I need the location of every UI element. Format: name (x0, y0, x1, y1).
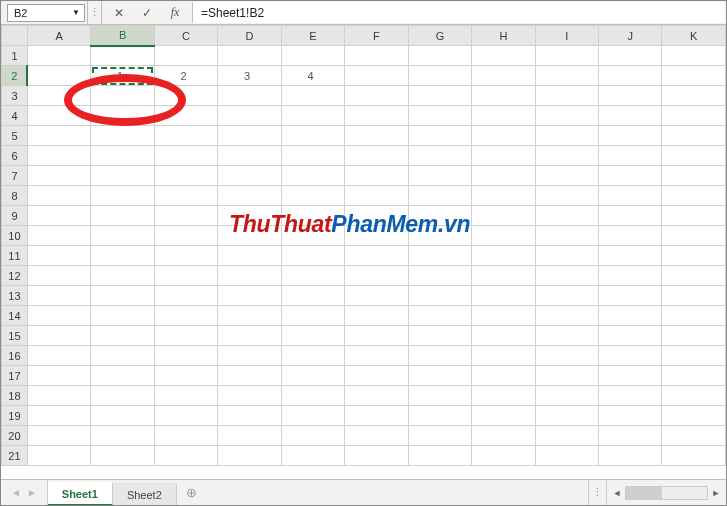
column-header[interactable]: K (662, 26, 726, 46)
cell[interactable] (91, 106, 154, 126)
cell[interactable] (599, 286, 662, 306)
cell[interactable] (662, 426, 726, 446)
tab-nav-next-icon[interactable]: ► (27, 487, 37, 498)
cell[interactable] (599, 426, 662, 446)
cell[interactable] (599, 326, 662, 346)
cell[interactable] (91, 146, 154, 166)
cell[interactable] (599, 406, 662, 426)
row-header[interactable]: 20 (2, 426, 28, 446)
cell[interactable] (27, 186, 90, 206)
select-all-corner[interactable] (2, 26, 28, 46)
cell[interactable] (281, 106, 344, 126)
cell[interactable] (599, 246, 662, 266)
cell[interactable] (91, 206, 154, 226)
cell[interactable] (535, 446, 598, 466)
cell[interactable] (599, 166, 662, 186)
cell[interactable] (662, 206, 726, 226)
row-header[interactable]: 12 (2, 266, 28, 286)
cell[interactable] (345, 406, 408, 426)
scroll-right-icon[interactable]: ► (708, 485, 724, 501)
cell[interactable] (472, 66, 535, 86)
column-header[interactable]: I (535, 26, 598, 46)
chevron-down-icon[interactable]: ▼ (72, 8, 80, 17)
cell[interactable] (154, 346, 217, 366)
cell[interactable] (345, 246, 408, 266)
cell[interactable] (662, 226, 726, 246)
cell[interactable] (218, 126, 281, 146)
cell[interactable] (345, 386, 408, 406)
row-header[interactable]: 2 (2, 66, 28, 86)
cell[interactable] (535, 186, 598, 206)
cell[interactable] (218, 266, 281, 286)
cancel-button[interactable]: ✕ (106, 2, 132, 24)
cell[interactable] (408, 306, 471, 326)
cell[interactable] (281, 306, 344, 326)
cell[interactable] (91, 246, 154, 266)
cell[interactable] (218, 386, 281, 406)
cell[interactable] (472, 366, 535, 386)
cell[interactable] (408, 66, 471, 86)
cell[interactable] (91, 426, 154, 446)
row-header[interactable]: 9 (2, 206, 28, 226)
row-header[interactable]: 16 (2, 346, 28, 366)
cell[interactable] (472, 146, 535, 166)
cell[interactable] (408, 226, 471, 246)
cell[interactable] (154, 166, 217, 186)
scroll-track[interactable] (625, 486, 708, 500)
cell[interactable] (408, 126, 471, 146)
cell[interactable] (154, 246, 217, 266)
cell[interactable] (345, 266, 408, 286)
row-header[interactable]: 13 (2, 286, 28, 306)
cell[interactable] (91, 326, 154, 346)
cell[interactable] (345, 166, 408, 186)
cell[interactable] (27, 146, 90, 166)
cell[interactable] (218, 146, 281, 166)
cell[interactable] (408, 326, 471, 346)
cell[interactable] (345, 86, 408, 106)
cell[interactable] (535, 386, 598, 406)
cell[interactable] (154, 106, 217, 126)
cell[interactable] (281, 446, 344, 466)
cell[interactable] (154, 46, 217, 66)
cell[interactable] (472, 206, 535, 226)
cell[interactable] (535, 126, 598, 146)
cell[interactable] (91, 226, 154, 246)
cell[interactable] (281, 146, 344, 166)
cell[interactable] (472, 266, 535, 286)
cell[interactable] (472, 306, 535, 326)
row-header[interactable]: 21 (2, 446, 28, 466)
cell[interactable] (599, 126, 662, 146)
cell[interactable] (535, 306, 598, 326)
cell[interactable] (154, 226, 217, 246)
cell[interactable] (27, 426, 90, 446)
cell[interactable] (218, 226, 281, 246)
cell[interactable] (27, 226, 90, 246)
cell[interactable] (408, 86, 471, 106)
cell[interactable] (408, 106, 471, 126)
resize-handle-icon[interactable]: ⋮ (88, 1, 102, 24)
cell[interactable] (408, 246, 471, 266)
cell[interactable] (154, 406, 217, 426)
cell[interactable] (472, 346, 535, 366)
cell[interactable] (27, 346, 90, 366)
cell[interactable] (218, 366, 281, 386)
cell[interactable] (662, 86, 726, 106)
cell[interactable] (345, 106, 408, 126)
cell[interactable] (599, 46, 662, 66)
cell[interactable] (599, 226, 662, 246)
cell[interactable] (662, 186, 726, 206)
cell[interactable] (535, 146, 598, 166)
cell[interactable] (281, 266, 344, 286)
cell[interactable] (218, 306, 281, 326)
cell[interactable] (281, 166, 344, 186)
cell[interactable] (218, 46, 281, 66)
cell[interactable] (27, 286, 90, 306)
cell[interactable] (535, 346, 598, 366)
cell[interactable] (154, 446, 217, 466)
cell[interactable] (535, 266, 598, 286)
cell[interactable] (218, 106, 281, 126)
cell[interactable] (27, 406, 90, 426)
cell[interactable] (27, 306, 90, 326)
row-header[interactable]: 17 (2, 366, 28, 386)
column-header[interactable]: G (408, 26, 471, 46)
